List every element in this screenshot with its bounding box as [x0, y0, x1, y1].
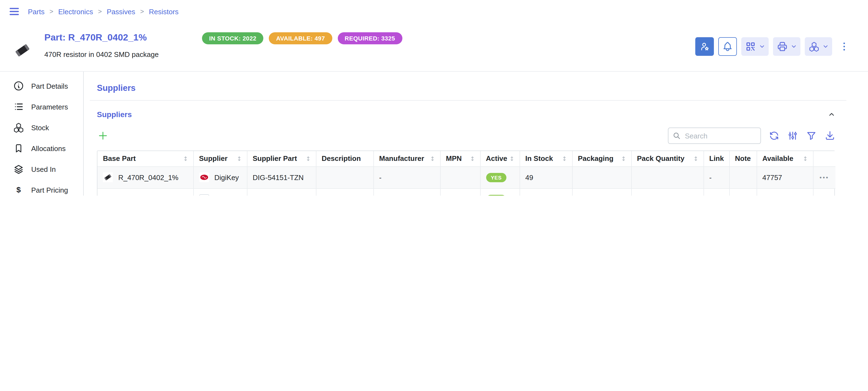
column-header-supplier[interactable]: Supplier: [193, 151, 247, 166]
sidebar-item-label: Used In: [31, 165, 56, 173]
column-header-mpn[interactable]: MPN: [440, 151, 480, 166]
breadcrumb-passives[interactable]: Passives: [107, 7, 135, 15]
sidebar-item-part-pricing[interactable]: $ Part Pricing: [0, 180, 83, 196]
sort-icon: [305, 155, 311, 162]
column-header-description[interactable]: Description: [316, 151, 373, 166]
table-columns-button[interactable]: [787, 130, 798, 141]
breadcrumb-separator: >: [98, 8, 102, 15]
breadcrumb-separator: >: [140, 8, 144, 15]
user-star-icon: [699, 41, 710, 52]
column-header-link[interactable]: Link: [704, 151, 729, 166]
part-thumbnail-icon: [12, 40, 32, 60]
sidebar-item-stock[interactable]: Stock: [0, 117, 83, 138]
suppliers-accordion-header[interactable]: Suppliers: [90, 101, 846, 119]
active-badge: YES: [486, 195, 507, 196]
refresh-button[interactable]: [769, 130, 780, 141]
sort-icon: [561, 155, 567, 162]
search-input[interactable]: [668, 128, 761, 144]
panel-title: Suppliers: [97, 83, 846, 93]
sidebar-item-label: Allocations: [31, 144, 66, 153]
info-circle-icon: [13, 80, 24, 91]
column-header-packaging[interactable]: Packaging: [572, 151, 631, 166]
add-supplier-part-button[interactable]: [97, 130, 109, 142]
part-header: Part: R_470R_0402_1% 470R resistor in 04…: [0, 23, 868, 72]
column-header-available[interactable]: Available: [756, 151, 813, 166]
sort-icon: [236, 155, 242, 162]
list-icon: [13, 101, 24, 112]
table-header-row: Base Part Supplier Supplier Part Descrip…: [97, 151, 835, 166]
suppliers-section-title: Suppliers: [97, 110, 132, 119]
column-header-manufacturer[interactable]: Manufacturer: [373, 151, 440, 166]
digikey-logo: [199, 172, 209, 182]
column-header-active[interactable]: Active: [480, 151, 520, 166]
sidebar-item-part-details[interactable]: Part Details: [0, 75, 83, 96]
svg-text:$: $: [17, 185, 21, 194]
more-actions-button[interactable]: [839, 40, 850, 53]
sort-icon: [802, 155, 808, 162]
breadcrumb-separator: >: [50, 8, 53, 15]
sidebar-item-label: Part Pricing: [31, 186, 68, 194]
part-title-block: Part: R_470R_0402_1% 470R resistor in 04…: [44, 31, 202, 59]
breadcrumb-parts[interactable]: Parts: [28, 7, 44, 15]
available-badge: AVAILABLE: 497: [269, 32, 332, 44]
sort-icon: [692, 155, 699, 162]
top-bar: Parts > Electronics > Passives > Resisto…: [0, 0, 868, 23]
sort-icon: [620, 155, 626, 162]
download-icon: [825, 130, 835, 141]
filter-icon: [806, 130, 817, 141]
sort-icon: [469, 155, 475, 162]
sort-icon: [182, 155, 189, 162]
row-actions-button[interactable]: •••: [819, 174, 829, 181]
search-icon: [672, 131, 681, 140]
sort-icon: [429, 155, 435, 162]
column-header-base-part[interactable]: Base Part: [97, 151, 193, 166]
table-row[interactable]: R_470R_0402_1% DigiKey DIG-54151-TZN - Y…: [97, 166, 835, 188]
qrcode-icon: [745, 41, 756, 52]
download-button[interactable]: [825, 130, 835, 141]
sidebar-item-used-in[interactable]: Used In: [0, 159, 83, 180]
page-title: Part: R_470R_0402_1%: [44, 31, 202, 44]
mouser-logo: [199, 194, 209, 196]
hamburger-menu-icon[interactable]: [8, 5, 20, 18]
sidebar-item-parameters[interactable]: Parameters: [0, 96, 83, 117]
column-header-supplier-part[interactable]: Supplier Part: [247, 151, 316, 166]
main-panel: Suppliers Suppliers: [84, 72, 868, 196]
dots-vertical-icon: [839, 41, 850, 52]
part-sidebar: Part Details Parameters Stock Allocation…: [0, 72, 84, 196]
sidebar-item-label: Parameters: [31, 103, 68, 111]
subscribe-button[interactable]: [695, 37, 714, 56]
column-header-note[interactable]: Note: [729, 151, 756, 166]
column-header-actions: [813, 151, 835, 166]
breadcrumb: Parts > Electronics > Passives > Resisto…: [28, 7, 179, 15]
column-header-in-stock[interactable]: In Stock: [520, 151, 572, 166]
table-row[interactable]: R_470R_0402_1% Mouser MOU-70548-IMB - YE…: [97, 188, 835, 196]
part-thumbnail-icon: [103, 194, 113, 196]
active-badge: YES: [486, 173, 507, 182]
suppliers-table: Base Part Supplier Supplier Part Descrip…: [97, 151, 835, 196]
chevron-down-icon: [758, 43, 765, 50]
sidebar-item-label: Part Details: [31, 82, 68, 90]
packages-icon: [13, 122, 24, 133]
stock-cubes-icon: [808, 41, 819, 52]
adjustments-icon: [787, 130, 798, 141]
part-description: 470R resistor in 0402 SMD package: [44, 50, 202, 59]
print-actions-button[interactable]: [773, 37, 800, 56]
filter-button[interactable]: [806, 130, 817, 141]
barcode-actions-button[interactable]: [741, 37, 769, 56]
app-window: Parts > Electronics > Passives > Resisto…: [0, 0, 868, 196]
breadcrumb-electronics[interactable]: Electronics: [58, 7, 93, 15]
column-header-pack-quantity[interactable]: Pack Quantity: [631, 151, 704, 166]
plus-icon: [97, 130, 109, 142]
in-stock-badge: IN STOCK: 2022: [202, 32, 264, 44]
bookmark-icon: [13, 143, 24, 154]
stock-actions-button[interactable]: [805, 37, 832, 56]
chevron-down-icon: [822, 43, 829, 50]
printer-icon: [777, 41, 787, 52]
breadcrumb-resistors[interactable]: Resistors: [149, 7, 179, 15]
header-actions: [695, 37, 850, 56]
part-thumbnail-icon: [103, 172, 113, 182]
notifications-button[interactable]: [718, 37, 737, 56]
table-toolbar: [97, 128, 835, 144]
required-badge: REQUIRED: 3325: [338, 32, 402, 44]
sidebar-item-allocations[interactable]: Allocations: [0, 138, 83, 159]
